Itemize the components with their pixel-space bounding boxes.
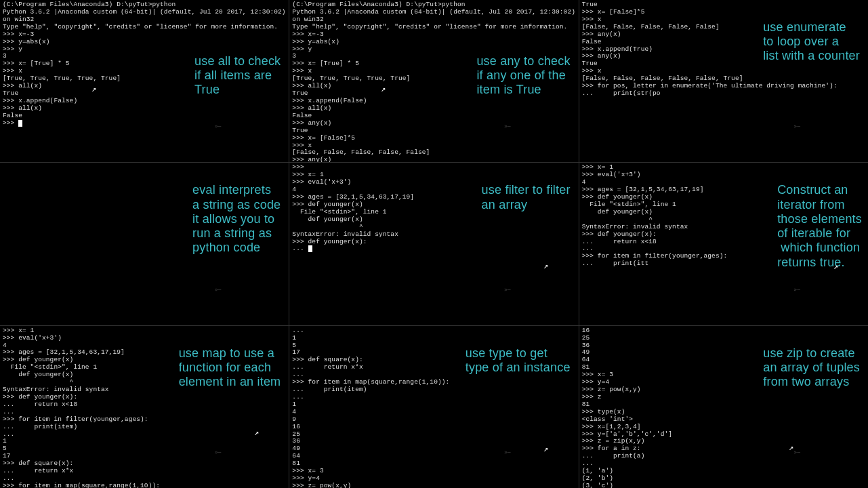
watermark: »—	[793, 123, 800, 129]
slide-caption: use filter to filter an array	[482, 183, 571, 211]
panel-7: >>> x= 1 >>> eval('x+3') 4 >>> ages = [3…	[0, 326, 289, 488]
terminal-cursor	[18, 120, 22, 127]
panel-5: >>> >>> x= 1 >>> eval('x+3') 4 >>> ages …	[289, 163, 578, 325]
panel-3: True >>> x= [False]*5 >>> x [False, Fals…	[579, 0, 868, 162]
panel-1: (C:\Program Files\Anaconda3) D:\pyTut>py…	[0, 0, 289, 162]
slide-caption: Construct an iterator from those element…	[777, 183, 862, 269]
terminal-cursor	[308, 245, 312, 252]
slide-caption: use all to check if all items are True	[194, 54, 281, 98]
slide-caption: use map to use a function for each eleme…	[179, 346, 281, 390]
slide-caption: use zip to create an array of tuples fro…	[763, 346, 860, 390]
watermark: »—	[215, 123, 222, 129]
panel-4: eval interprets a string as code it allo…	[0, 163, 289, 325]
slide-caption: use enumerate to loop over a list with a…	[763, 20, 860, 64]
watermark: »—	[504, 449, 511, 455]
watermark: »—	[793, 287, 800, 293]
panel-8: ... 1 5 17 >>> def square(x): ... return…	[289, 326, 578, 488]
watermark: »—	[504, 287, 511, 293]
panel-9: 16 25 36 49 64 81 >>> x= 3 >>> y=4 >>> z…	[579, 326, 868, 488]
panel-6: >>> x= 1 >>> eval('x+3') 4 >>> ages = [3…	[579, 163, 868, 325]
panel-2: (C:\Program Files\Anaconda3) D:\pyTut>py…	[289, 0, 578, 162]
slide-caption: use type to get type of an instance	[466, 346, 571, 375]
mouse-pointer-icon: ↖	[543, 261, 548, 271]
watermark: »—	[793, 449, 800, 455]
slide-caption: eval interprets a string as code it allo…	[192, 183, 281, 255]
slide-caption: use any to check if any one of the item …	[476, 54, 570, 98]
watermark: »—	[504, 123, 511, 129]
watermark: »—	[215, 449, 222, 455]
video-slide-grid: (C:\Program Files\Anaconda3) D:\pyTut>py…	[0, 0, 868, 488]
watermark: »—	[215, 287, 222, 293]
